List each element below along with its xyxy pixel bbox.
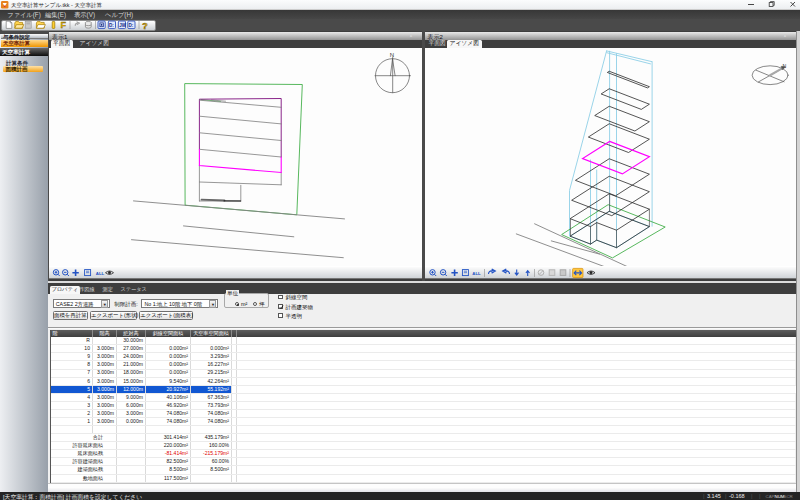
svg-text:D:: D: (128, 23, 133, 28)
svg-text:?: ? (142, 20, 148, 31)
svg-text:ALL: ALL (472, 270, 481, 275)
svg-text:ALL: ALL (96, 270, 105, 275)
svg-text:JW: JW (119, 23, 127, 28)
svg-text:N: N (390, 52, 394, 58)
svg-text:F: F (61, 20, 67, 30)
svg-text:N: N (782, 62, 786, 68)
svg-text:D:: D: (109, 23, 114, 28)
